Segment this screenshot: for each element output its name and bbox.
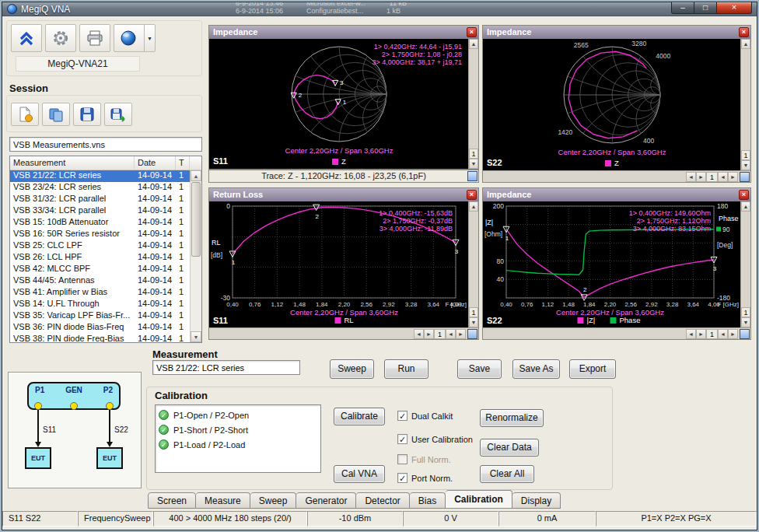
scroll-left-icon[interactable]: ◄ bbox=[718, 172, 728, 182]
tab-calibration[interactable]: Calibration bbox=[446, 490, 512, 509]
checkbox-full-norm-[interactable]: Full Norm. bbox=[397, 454, 451, 464]
chart-vertical-scrollbar[interactable]: ▲ 1 ▼ bbox=[468, 39, 478, 169]
clear-data-button[interactable]: Clear Data bbox=[480, 439, 539, 457]
chart-options-button[interactable] bbox=[740, 172, 750, 182]
clear-all-button[interactable]: Clear All bbox=[480, 465, 534, 483]
checkbox-user-calibration[interactable]: ✓User Calibration bbox=[397, 434, 473, 444]
calibration-item[interactable]: ✓P1-Short / P2-Short bbox=[159, 422, 317, 437]
scroll-up-icon[interactable]: ▲ bbox=[741, 201, 750, 212]
table-row[interactable]: VSB 41: Amplifier w Bias14-09-141 bbox=[10, 287, 201, 299]
chart-horizontal-scrollbar[interactable]: ◄ ► 1 ◄ ► bbox=[209, 327, 478, 339]
scroll-left-icon[interactable]: ◄ bbox=[414, 329, 424, 339]
table-row[interactable]: VSB 15: 10dB Attenuator14-09-141 bbox=[10, 217, 201, 229]
session-file-input[interactable] bbox=[9, 137, 202, 152]
close-icon[interactable]: × bbox=[739, 190, 749, 200]
calibration-item[interactable]: ✓P1-Load / P2-Load bbox=[159, 437, 317, 452]
tab-display[interactable]: Display bbox=[512, 492, 561, 509]
scroll-right-icon[interactable]: ► bbox=[696, 329, 706, 339]
scroll-right-icon[interactable]: ► bbox=[728, 329, 738, 339]
chart-vertical-scrollbar[interactable]: ▲ 1 ▼ bbox=[740, 39, 750, 170]
tab-generator[interactable]: Generator bbox=[296, 492, 356, 509]
checkbox-port-norm-[interactable]: ✓Port Norm. bbox=[397, 473, 453, 483]
scroll-left-icon[interactable]: ◄ bbox=[446, 329, 456, 339]
scroll-up-icon[interactable]: ▲ bbox=[741, 39, 750, 49]
export-button[interactable]: Export bbox=[569, 359, 616, 379]
print-button[interactable] bbox=[79, 24, 110, 52]
chart-vertical-scrollbar[interactable]: ▲ 1 ▼ bbox=[740, 201, 750, 327]
tab-screen[interactable]: Screen bbox=[148, 492, 196, 509]
save-session-button[interactable] bbox=[73, 103, 101, 126]
chart-options-button[interactable] bbox=[467, 329, 477, 339]
return-loss-chart-s11[interactable]: 0,400,761,121,481,842,202,562,923,283,64… bbox=[209, 201, 468, 327]
panel-titlebar[interactable]: Impedance bbox=[209, 26, 478, 39]
panel-titlebar[interactable]: Impedance bbox=[483, 188, 750, 201]
panel-titlebar[interactable]: Return Loss bbox=[209, 188, 478, 201]
column-header[interactable]: T bbox=[176, 156, 190, 170]
device-menu-button[interactable]: ▼ bbox=[114, 24, 156, 52]
tab-sweep[interactable]: Sweep bbox=[250, 492, 297, 509]
smith-chart-s22[interactable]: 4001420256532804000Center 2,20GHz / Span… bbox=[483, 39, 740, 170]
close-icon[interactable]: × bbox=[739, 27, 749, 37]
connect-button[interactable] bbox=[11, 24, 42, 52]
table-row[interactable]: VSB 42: MLCC BPF14-09-141 bbox=[10, 264, 201, 275]
tab-detector[interactable]: Detector bbox=[356, 492, 409, 509]
panel-titlebar[interactable]: Impedance bbox=[483, 26, 750, 39]
trace-options-button[interactable] bbox=[467, 171, 477, 181]
scroll-down-icon[interactable]: ▼ bbox=[191, 331, 201, 342]
measurement-list-scrollbar[interactable]: ▲ ▼ bbox=[190, 170, 201, 342]
new-session-button[interactable] bbox=[11, 103, 39, 126]
tab-bias[interactable]: Bias bbox=[410, 492, 446, 509]
scroll-up-icon[interactable]: ▲ bbox=[469, 201, 478, 212]
table-row[interactable]: VSB 31/32: LCR parallel14-09-141 bbox=[10, 194, 201, 205]
column-header[interactable]: Measurement bbox=[10, 156, 135, 170]
minimize-button[interactable]: – bbox=[671, 2, 694, 14]
cal-vna-button[interactable]: Cal VNA bbox=[334, 465, 385, 483]
scroll-up-icon[interactable]: ▲ bbox=[191, 170, 201, 181]
table-row[interactable]: VSB 14: U.FL Through14-09-141 bbox=[10, 299, 201, 310]
table-row[interactable]: VSB 21/22: LCR series14-09-141 bbox=[10, 170, 201, 182]
table-row[interactable]: VSB 38: PIN diode Freq-Bias14-09-141 bbox=[10, 334, 201, 343]
close-button[interactable]: × bbox=[716, 2, 752, 14]
open-session-button[interactable] bbox=[42, 103, 70, 126]
scroll-right-icon[interactable]: ► bbox=[728, 172, 738, 182]
chart-options-button[interactable] bbox=[740, 329, 750, 339]
table-row[interactable]: VSB 33/34: LCR parallel14-09-141 bbox=[10, 205, 201, 217]
scroll-right-icon[interactable]: ► bbox=[456, 329, 466, 339]
calibration-item[interactable]: ✓P1-Open / P2-Open bbox=[159, 408, 317, 422]
renormalize-button[interactable]: Renormalize bbox=[480, 409, 544, 427]
titlebar[interactable]: 6-9-2014 13:46 Microsoft excel-w... 11 k… bbox=[2, 2, 757, 16]
smith-chart-s11[interactable]: 1231> 0,420GHz: 44,64 - j15,912> 1,750GH… bbox=[209, 39, 468, 169]
scroll-left-icon[interactable]: ◄ bbox=[718, 329, 728, 339]
save-button[interactable]: Save bbox=[457, 359, 502, 379]
table-row[interactable]: VSB 23/24: LCR series14-09-141 bbox=[10, 182, 201, 194]
calibrate-button[interactable]: Calibrate bbox=[334, 408, 385, 425]
scroll-left-icon[interactable]: ◄ bbox=[686, 172, 696, 182]
table-row[interactable]: VSB 25: CLC LPF14-09-141 bbox=[10, 240, 201, 252]
chart-horizontal-scrollbar[interactable]: ◄ ► 1 ◄ ► bbox=[483, 327, 750, 339]
table-row[interactable]: VSB 26: LCL HPF14-09-141 bbox=[10, 252, 201, 264]
save-as-button[interactable]: Save As bbox=[512, 359, 560, 379]
chart-vertical-scrollbar[interactable]: ▲ 1 ▼ bbox=[468, 201, 478, 327]
dropdown-icon[interactable]: ▼ bbox=[144, 25, 155, 51]
table-row[interactable]: VSB 36: PIN diode Bias-Freq14-09-141 bbox=[10, 322, 201, 334]
impedance-phase-chart-s22[interactable]: 0,400,761,121,481,842,202,562,923,283,64… bbox=[483, 201, 740, 327]
scroll-right-icon[interactable]: ► bbox=[696, 172, 706, 182]
scrollbar-thumb[interactable] bbox=[191, 182, 201, 257]
scroll-left-icon[interactable]: ◄ bbox=[686, 329, 696, 339]
calibration-list[interactable]: ✓P1-Open / P2-Open✓P1-Short / P2-Short✓P… bbox=[155, 404, 321, 473]
scroll-up-icon[interactable]: ▲ bbox=[469, 39, 478, 49]
run-button[interactable]: Run bbox=[384, 359, 428, 379]
scroll-down-icon[interactable]: ▼ bbox=[469, 159, 478, 169]
scroll-right-icon[interactable]: ► bbox=[424, 329, 434, 339]
maximize-button[interactable]: □ bbox=[694, 2, 716, 14]
save-session-as-button[interactable] bbox=[104, 103, 132, 126]
close-icon[interactable]: × bbox=[467, 190, 477, 200]
scroll-down-icon[interactable]: ▼ bbox=[741, 160, 750, 170]
table-row[interactable]: VSB 16: 50R Series resistor14-09-141 bbox=[10, 229, 201, 240]
tab-measure[interactable]: Measure bbox=[196, 492, 250, 509]
column-header[interactable]: Date bbox=[135, 156, 176, 170]
scroll-down-icon[interactable]: ▼ bbox=[741, 317, 750, 327]
sweep-button[interactable]: Sweep bbox=[330, 359, 374, 379]
close-icon[interactable]: × bbox=[467, 27, 477, 37]
checkbox-dual-calkit[interactable]: ✓Dual Calkit bbox=[397, 411, 453, 421]
